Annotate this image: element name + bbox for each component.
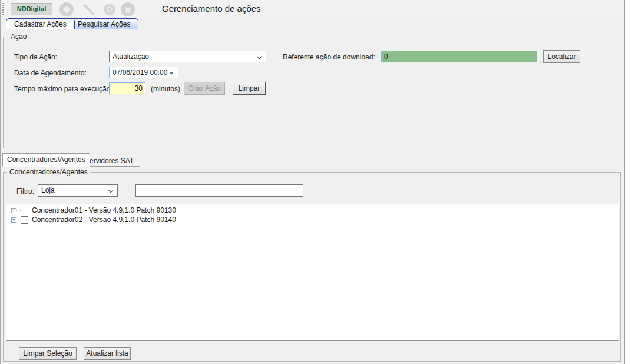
tree-item-checkbox[interactable] bbox=[21, 216, 28, 224]
gerenciamento-de-acoes-window: NDDigital Gerenciamento de ações Cadastr… bbox=[0, 0, 625, 364]
atualizar-lista-button[interactable]: Atualizar lista bbox=[84, 347, 131, 360]
filtro-text-input[interactable] bbox=[135, 184, 303, 197]
data-agendamento-label: Data de Agendamento: bbox=[14, 69, 87, 77]
tipo-da-acao-select[interactable]: Atualização bbox=[109, 51, 266, 62]
nddigital-button[interactable]: NDDigital bbox=[11, 3, 52, 15]
acao-groupbox: Ação Tipo da Ação: Atualização Referente… bbox=[3, 37, 621, 148]
tree-connector bbox=[16, 220, 21, 220]
tipo-da-acao-label: Tipo da Ação: bbox=[14, 53, 57, 61]
toolbar: NDDigital Gerenciamento de ações bbox=[1, 0, 624, 18]
referente-acao-field[interactable] bbox=[381, 51, 537, 62]
tree-item-label: Concentrador02 - Versão 4.9.1.0 Patch 90… bbox=[32, 216, 176, 224]
gear-icon[interactable] bbox=[103, 3, 117, 17]
filtro-select[interactable]: Loja bbox=[38, 184, 118, 197]
tipo-da-acao-value: Atualização bbox=[113, 52, 149, 61]
add-icon[interactable] bbox=[59, 2, 74, 16]
page-title: Gerenciamento de ações bbox=[162, 2, 261, 15]
main-tabstrip: Cadastrar Ações Pesquisar Ações bbox=[1, 18, 624, 29]
tab-pesquisar-acoes[interactable]: Pesquisar Ações bbox=[70, 18, 138, 29]
tree-item[interactable]: Concentrador01 - Versão 4.9.1.0 Patch 90… bbox=[6, 206, 619, 215]
tree-connector bbox=[16, 210, 21, 211]
concentradores-groupbox: Concentradores/Agentes Filtro: Loja Conc… bbox=[3, 172, 621, 362]
edit-icon[interactable] bbox=[81, 2, 95, 16]
expand-icon[interactable] bbox=[11, 217, 16, 223]
limpar-selecao-button[interactable]: Limpar Seleção bbox=[19, 347, 77, 360]
expand-icon[interactable] bbox=[11, 208, 16, 213]
chevron-down-icon bbox=[257, 54, 262, 59]
concentradores-groupbox-legend: Concentradores/Agentes bbox=[7, 168, 90, 176]
tempo-maximo-label: Tempo máximo para execução: bbox=[14, 85, 113, 93]
tree-item-checkbox[interactable] bbox=[21, 207, 28, 214]
filtro-value: Loja bbox=[41, 186, 55, 194]
limpar-button[interactable]: Limpar bbox=[233, 82, 266, 95]
criar-acao-button[interactable]: Criar Ação bbox=[184, 82, 225, 95]
toolbar-grip-handle[interactable] bbox=[2, 3, 4, 15]
data-agendamento-picker[interactable]: 07/06/2019 00:00 bbox=[109, 67, 178, 78]
tab-cadastrar-acoes[interactable]: Cadastrar Ações bbox=[6, 18, 75, 29]
localizar-button[interactable]: Localizar bbox=[543, 50, 580, 63]
tree-item-label: Concentrador01 - Versão 4.9.1.0 Patch 90… bbox=[32, 206, 176, 214]
data-agendamento-value: 07/06/2019 00:00 bbox=[113, 68, 167, 77]
tree-item[interactable]: Concentrador02 - Versão 4.9.1.0 Patch 90… bbox=[6, 215, 619, 224]
referente-acao-label: Referente ação de download: bbox=[283, 53, 375, 61]
toolbar-separator bbox=[145, 3, 145, 15]
chevron-down-icon bbox=[108, 188, 113, 193]
tempo-maximo-field[interactable] bbox=[109, 82, 145, 94]
dropdown-arrow-icon bbox=[169, 72, 174, 75]
acao-groupbox-legend: Ação bbox=[8, 32, 29, 41]
filtro-label: Filtro: bbox=[16, 187, 34, 196]
cancel-icon[interactable] bbox=[121, 2, 135, 16]
minutos-label: (minutos) bbox=[151, 85, 180, 93]
tab-concentradores-agentes[interactable]: Concentradores/Agentes bbox=[2, 153, 90, 167]
concentradores-tree[interactable]: Concentrador01 - Versão 4.9.1.0 Patch 90… bbox=[6, 204, 619, 341]
toolbar-separator bbox=[143, 3, 143, 15]
